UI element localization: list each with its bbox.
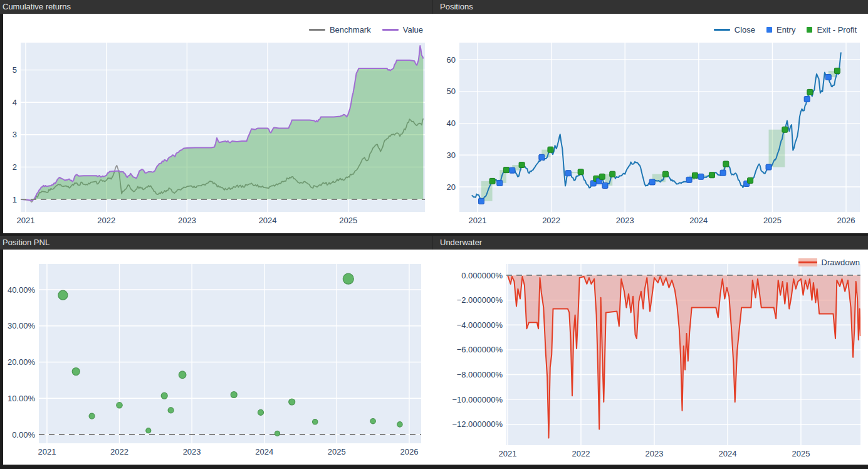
pnl-point[interactable]	[179, 371, 186, 379]
svg-text:−6.000000%: −6.000000%	[457, 345, 503, 354]
svg-text:2021: 2021	[38, 447, 56, 456]
underwater-chart[interactable]: 202120222023202420250.000000%−2.000000%−…	[432, 250, 868, 465]
svg-text:2025: 2025	[792, 449, 810, 458]
pnl-point[interactable]	[275, 431, 280, 436]
pnl-point[interactable]	[168, 408, 174, 413]
pnl-point[interactable]	[343, 273, 353, 284]
exit-profit-marker[interactable]	[610, 171, 615, 177]
legend-item-close[interactable]: Close	[714, 25, 755, 34]
entry-marker[interactable]	[804, 97, 810, 102]
pnl-point[interactable]	[231, 392, 237, 398]
position-pnl-chart[interactable]: 2021202220232024202520260.00%10.00%20.00…	[3, 250, 432, 465]
legend-label: Value	[403, 25, 423, 34]
svg-text:40: 40	[447, 119, 456, 128]
panel-title: Underwater	[440, 238, 482, 247]
svg-text:2: 2	[13, 162, 17, 172]
exit-profit-marker-swatch	[807, 27, 812, 33]
cumulative-returns-legend: Benchmark Value	[309, 25, 423, 34]
pnl-point[interactable]	[161, 393, 167, 399]
svg-text:50: 50	[447, 87, 456, 96]
pnl-point[interactable]	[313, 419, 318, 424]
svg-text:2022: 2022	[542, 216, 560, 225]
pnl-point[interactable]	[72, 368, 80, 376]
exit-profit-marker[interactable]	[519, 162, 525, 168]
exit-profit-marker[interactable]	[548, 147, 553, 152]
entry-marker[interactable]	[539, 154, 545, 160]
svg-text:3: 3	[13, 130, 17, 139]
legend-item-entry[interactable]: Entry	[766, 25, 795, 34]
svg-text:20: 20	[447, 182, 456, 192]
pnl-point[interactable]	[397, 422, 402, 427]
svg-text:2026: 2026	[837, 216, 855, 225]
exit-profit-marker[interactable]	[578, 169, 583, 175]
exit-profit-marker[interactable]	[599, 174, 605, 179]
underwater-legend: Drawdown	[798, 258, 860, 267]
positions-legend: Close Entry Exit - Profit	[714, 25, 857, 34]
exit-profit-marker[interactable]	[709, 172, 714, 178]
svg-text:2023: 2023	[646, 449, 664, 458]
svg-text:20.00%: 20.00%	[8, 357, 36, 367]
svg-text:2021: 2021	[499, 449, 517, 458]
entry-marker-swatch	[766, 27, 772, 33]
entry-marker[interactable]	[478, 198, 484, 204]
svg-text:4: 4	[13, 98, 17, 107]
legend-item-drawdown[interactable]: Drawdown	[798, 258, 860, 267]
pnl-point[interactable]	[146, 428, 151, 433]
svg-text:2025: 2025	[328, 447, 346, 456]
svg-text:2023: 2023	[616, 216, 634, 225]
entry-marker[interactable]	[510, 167, 515, 173]
svg-text:30.00%: 30.00%	[8, 321, 36, 330]
cumulative-returns-chart[interactable]: 2021202220232024202512345	[3, 14, 432, 233]
panel-titlebar-position-pnl: Position PNL	[0, 236, 432, 250]
svg-text:−12.000000%: −12.000000%	[452, 419, 503, 429]
entry-marker[interactable]	[766, 164, 771, 170]
svg-text:0.000000%: 0.000000%	[461, 271, 503, 280]
panel-titlebar-cumulative-returns: Cumulative returns	[0, 0, 432, 14]
exit-profit-marker[interactable]	[834, 68, 840, 73]
svg-text:10.00%: 10.00%	[8, 394, 36, 403]
panel-titlebar-positions: Positions	[432, 0, 868, 14]
exit-profit-marker[interactable]	[723, 161, 729, 167]
entry-marker[interactable]	[602, 182, 608, 188]
panel-title: Position PNL	[3, 238, 50, 247]
svg-text:2025: 2025	[763, 216, 782, 225]
pnl-point[interactable]	[117, 403, 122, 408]
exit-profit-marker[interactable]	[692, 172, 698, 178]
pnl-point[interactable]	[370, 419, 375, 424]
exit-profit-marker[interactable]	[807, 89, 813, 95]
legend-label: Drawdown	[822, 258, 860, 267]
legend-label: Benchmark	[330, 25, 371, 34]
legend-item-benchmark[interactable]: Benchmark	[309, 25, 371, 34]
value-line-swatch	[382, 29, 399, 31]
exit-profit-marker[interactable]	[489, 178, 495, 184]
exit-profit-marker[interactable]	[782, 127, 788, 132]
pnl-point[interactable]	[58, 290, 68, 300]
entry-marker[interactable]	[686, 177, 692, 182]
exit-profit-marker[interactable]	[748, 177, 753, 183]
entry-marker[interactable]	[497, 180, 503, 186]
entry-marker[interactable]	[825, 75, 831, 80]
svg-text:2022: 2022	[110, 447, 128, 456]
svg-text:−8.000000%: −8.000000%	[457, 370, 503, 379]
entry-marker[interactable]	[565, 171, 571, 176]
exit-profit-marker[interactable]	[503, 167, 509, 173]
svg-text:2024: 2024	[255, 447, 273, 456]
legend-item-value[interactable]: Value	[382, 25, 423, 34]
pnl-point[interactable]	[89, 413, 95, 419]
positions-chart[interactable]: 2021202220232024202520262030405060	[432, 14, 868, 233]
pnl-point[interactable]	[258, 409, 264, 415]
svg-text:0.00%: 0.00%	[12, 430, 35, 440]
entry-marker[interactable]	[698, 174, 704, 179]
plot-area[interactable]	[39, 264, 421, 443]
svg-text:2024: 2024	[259, 216, 277, 225]
pnl-point[interactable]	[289, 399, 295, 405]
svg-text:−10.000000%: −10.000000%	[452, 395, 503, 404]
close-line-swatch	[714, 29, 730, 31]
entry-marker[interactable]	[720, 170, 726, 176]
svg-text:30: 30	[447, 150, 456, 160]
exit-profit-marker[interactable]	[662, 171, 668, 177]
svg-text:2021: 2021	[469, 216, 487, 225]
panel-title: Positions	[440, 2, 473, 11]
legend-item-exit-profit[interactable]: Exit - Profit	[807, 25, 857, 34]
entry-marker[interactable]	[649, 179, 655, 185]
